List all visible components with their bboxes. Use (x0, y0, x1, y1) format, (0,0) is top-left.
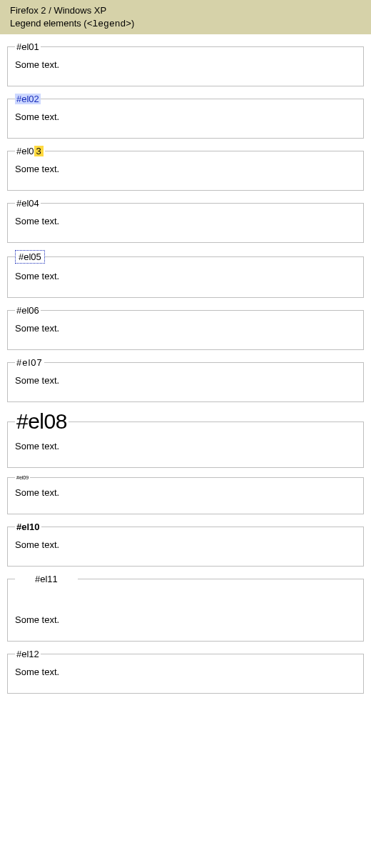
header-line2-prefix: Legend elements ( (10, 18, 87, 29)
legend-01: #el01 (15, 41, 41, 52)
legend-07: #el07 (15, 357, 44, 368)
legend-10: #el10 (15, 522, 41, 532)
example-03: #el03 Some text. (7, 146, 364, 191)
example-09: #el09 Some text. (7, 475, 364, 514)
legend-02: #el02 (15, 94, 41, 104)
legend-06: #el06 (15, 305, 41, 316)
legend-04: #el04 (15, 198, 41, 209)
body-10: Some text. (15, 539, 356, 550)
example-08: #el08 Some text. (7, 409, 364, 468)
header-line2-suffix: ) (131, 18, 134, 29)
example-05: #el05 Some text. (7, 250, 364, 298)
legend-12: #el12 (15, 649, 41, 659)
example-11: #el11 Some text. (7, 574, 364, 642)
legend-05: #el05 (15, 250, 45, 264)
example-02: #el02 Some text. (7, 94, 364, 139)
legend-03: #el03 (15, 146, 45, 156)
header-line2-tag: <legend> (87, 19, 131, 29)
body-05: Some text. (15, 271, 356, 281)
example-07: #el07 Some text. (7, 357, 364, 402)
example-01: #el01 Some text. (7, 41, 364, 86)
body-12: Some text. (15, 667, 356, 677)
body-02: Some text. (15, 111, 356, 122)
body-07: Some text. (15, 375, 356, 386)
example-10: #el10 Some text. (7, 522, 364, 567)
example-06: #el06 Some text. (7, 305, 364, 350)
body-09: Some text. (15, 487, 356, 498)
header-line1: Firefox 2 / Windows XP (10, 4, 364, 17)
example-04: #el04 Some text. (7, 198, 364, 243)
body-11: Some text. (15, 614, 356, 625)
body-04: Some text. (15, 216, 356, 226)
example-12: #el12 Some text. (7, 649, 364, 694)
body-03: Some text. (15, 164, 356, 174)
legend-11: #el11 (15, 574, 78, 584)
body-01: Some text. (15, 59, 356, 70)
body-08: Some text. (15, 441, 356, 452)
legend-03-pre: #el0 (16, 146, 34, 156)
legend-03-highlight: 3 (34, 146, 44, 156)
header-line2: Legend elements (<legend>) (10, 17, 364, 31)
legend-08: #el08 (15, 409, 68, 434)
body-06: Some text. (15, 323, 356, 334)
examples-container: #el01 Some text. #el02 Some text. #el03 … (0, 41, 371, 708)
legend-09: #el09 (15, 475, 30, 480)
page-header: Firefox 2 / Windows XP Legend elements (… (0, 0, 371, 34)
